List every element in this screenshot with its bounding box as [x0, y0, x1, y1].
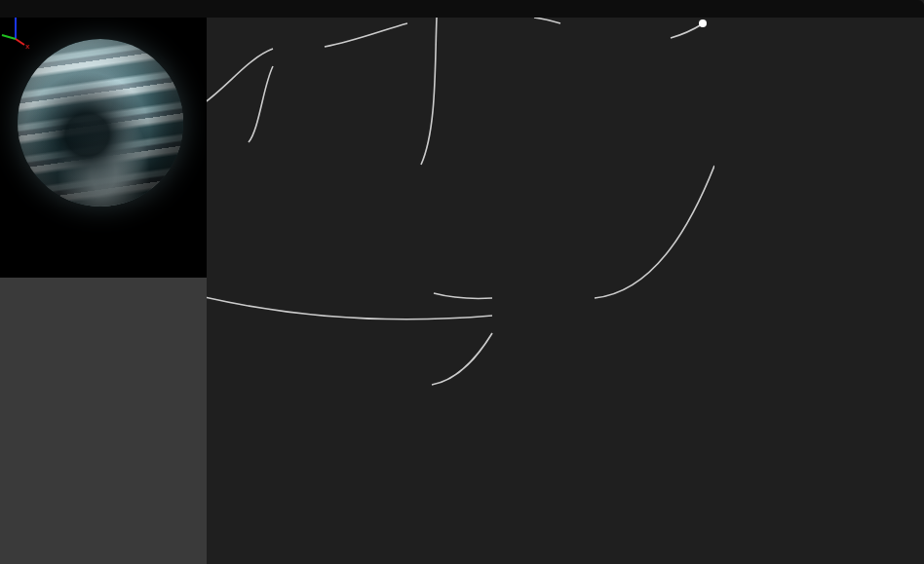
preview-viewport[interactable]: Z x: [0, 0, 207, 278]
offscreen-pin[interactable]: [699, 19, 707, 27]
axis-x-label: x: [25, 42, 29, 49]
material-editor-window: Z x Details × Parameter Defau: [0, 0, 924, 564]
left-panel: Z x Details × Parameter Defau: [0, 0, 207, 564]
